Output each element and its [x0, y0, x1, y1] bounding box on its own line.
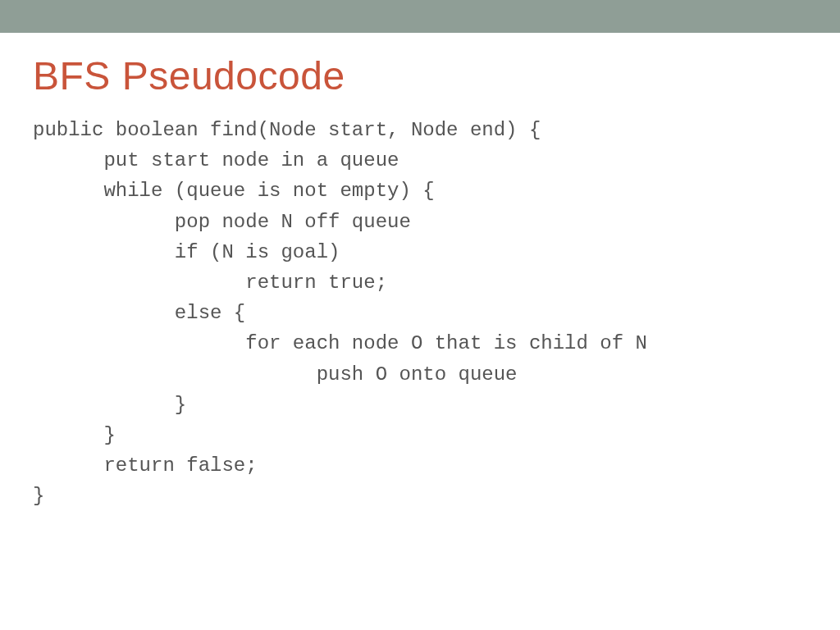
code-line: push O onto queue [33, 363, 518, 386]
code-line: return true; [33, 272, 387, 294]
code-line: return false; [33, 454, 258, 477]
code-line: public boolean find(Node start, Node end… [33, 119, 541, 141]
code-line: else { [33, 302, 245, 324]
code-line: } [33, 394, 186, 416]
code-line: while (queue is not empty) { [33, 180, 435, 202]
code-line: pop node N off queue [33, 211, 411, 233]
slide-title: BFS Pseudocode [33, 53, 807, 98]
code-line: put start node in a queue [33, 149, 399, 171]
pseudocode-block: public boolean find(Node start, Node end… [33, 115, 807, 511]
slide-top-bar [0, 0, 840, 33]
code-line: } [33, 485, 44, 507]
code-line: if (N is goal) [33, 241, 340, 263]
code-line: } [33, 424, 116, 446]
code-line: for each node O that is child of N [33, 332, 647, 354]
slide-content: BFS Pseudocode public boolean find(Node … [0, 33, 840, 511]
